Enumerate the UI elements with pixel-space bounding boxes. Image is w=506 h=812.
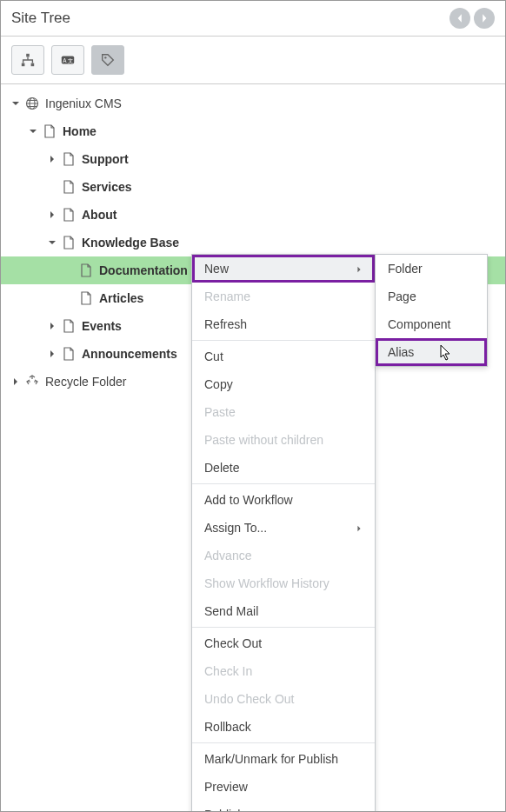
ctx-separator xyxy=(192,742,375,743)
tree-node-home[interactable]: Home xyxy=(1,117,505,145)
sub-new-alias[interactable]: Alias xyxy=(376,338,487,366)
page-icon xyxy=(61,235,77,250)
sub-new-component[interactable]: Component xyxy=(376,310,487,338)
toolbar-tag-button[interactable] xyxy=(91,45,124,75)
tree-label: Support xyxy=(82,152,129,166)
ctx-label: Copy xyxy=(204,377,233,391)
ctx-publish[interactable]: Publish xyxy=(192,801,375,812)
ctx-separator xyxy=(192,627,375,628)
ctx-add-workflow[interactable]: Add to Workflow xyxy=(192,486,375,514)
ctx-rollback[interactable]: Rollback xyxy=(192,713,375,741)
chevron-right-icon xyxy=(356,262,363,276)
toolbar: A 文 xyxy=(1,37,505,84)
chevron-down-icon xyxy=(46,236,58,249)
page-icon xyxy=(61,151,77,167)
recycle-icon xyxy=(24,374,40,389)
chevron-right-icon xyxy=(46,320,58,332)
tree-label: About xyxy=(82,208,117,222)
tree-label: Home xyxy=(63,124,97,138)
ctx-separator xyxy=(192,340,375,341)
tree-node-kb[interactable]: Knowledge Base xyxy=(1,229,505,256)
ctx-label: Cut xyxy=(204,349,223,363)
page-icon xyxy=(78,263,94,278)
context-menu: New Rename Refresh Cut Copy Paste Paste … xyxy=(191,254,376,812)
ctx-label: New xyxy=(204,262,229,276)
chevron-right-icon xyxy=(46,153,58,165)
ctx-label: Paste xyxy=(204,405,236,419)
ctx-new[interactable]: New xyxy=(192,255,375,283)
tree-label: Ingeniux CMS xyxy=(45,97,122,110)
tree-label: Recycle Folder xyxy=(45,375,126,389)
ctx-paste-wc: Paste without children xyxy=(192,426,375,454)
tree-node-about[interactable]: About xyxy=(1,201,505,229)
ctx-label: Check Out xyxy=(204,636,262,650)
ctx-cut[interactable]: Cut xyxy=(192,343,375,370)
svg-rect-0 xyxy=(26,54,30,57)
chevron-down-icon xyxy=(10,97,22,110)
svg-point-5 xyxy=(104,57,106,58)
tree-node-support[interactable]: Support xyxy=(1,145,505,173)
sub-new-folder[interactable]: Folder xyxy=(376,255,487,283)
page-icon xyxy=(61,207,77,223)
chevron-right-icon xyxy=(10,376,22,388)
tree-node-root[interactable]: Ingeniux CMS xyxy=(1,90,505,117)
page-icon xyxy=(61,346,77,362)
ctx-delete[interactable]: Delete xyxy=(192,454,375,482)
tree-label: Knowledge Base xyxy=(82,236,179,250)
ctx-label: Send Mail xyxy=(204,604,258,618)
ctx-label: Rename xyxy=(204,290,250,303)
page-icon xyxy=(42,123,57,139)
ctx-label: Preview xyxy=(204,780,248,794)
ctx-label: Rollback xyxy=(204,720,251,734)
chevron-right-icon xyxy=(356,521,363,535)
svg-text:A 文: A 文 xyxy=(63,57,73,63)
nav-prev-button[interactable] xyxy=(449,8,470,29)
panel-header: Site Tree xyxy=(1,1,505,37)
ctx-label: Advance xyxy=(204,549,251,562)
tree-label: Articles xyxy=(99,291,143,305)
ctx-label: Add to Workflow xyxy=(204,493,293,507)
ctx-send-mail[interactable]: Send Mail xyxy=(192,597,375,625)
ctx-refresh[interactable]: Refresh xyxy=(192,310,375,338)
tree-node-services[interactable]: Services xyxy=(1,173,505,201)
svg-rect-2 xyxy=(31,63,35,67)
ctx-separator xyxy=(192,483,375,484)
ctx-label: Alias xyxy=(388,345,414,359)
ctx-check-out[interactable]: Check Out xyxy=(192,629,375,657)
ctx-label: Folder xyxy=(388,262,423,276)
ctx-undo-check-out: Undo Check Out xyxy=(192,685,375,713)
ctx-label: Component xyxy=(388,317,450,331)
page-icon xyxy=(78,290,94,306)
tree-label: Announcements xyxy=(82,347,177,361)
ctx-label: Mark/Unmark for Publish xyxy=(204,752,338,766)
ctx-label: Publish xyxy=(204,808,244,812)
ctx-advance: Advance xyxy=(192,542,375,569)
tree-label: Events xyxy=(82,319,122,333)
ctx-rename: Rename xyxy=(192,283,375,310)
ctx-mark-publish[interactable]: Mark/Unmark for Publish xyxy=(192,745,375,773)
ctx-label: Delete xyxy=(204,461,239,475)
tree-label: Documentation xyxy=(99,263,188,277)
ctx-label: Assign To... xyxy=(204,521,267,535)
ctx-copy[interactable]: Copy xyxy=(192,370,375,398)
ctx-label: Page xyxy=(388,290,416,303)
tree-label: Services xyxy=(82,180,132,194)
ctx-label: Undo Check Out xyxy=(204,692,295,706)
page-icon xyxy=(61,179,77,195)
toolbar-structure-button[interactable] xyxy=(11,45,44,75)
chevron-down-icon xyxy=(27,125,39,137)
ctx-check-in: Check In xyxy=(192,657,375,685)
sub-new-page[interactable]: Page xyxy=(376,283,487,310)
toolbar-translate-button[interactable]: A 文 xyxy=(51,45,84,75)
ctx-label: Refresh xyxy=(204,317,247,331)
ctx-label: Check In xyxy=(204,664,252,678)
svg-rect-1 xyxy=(22,63,25,67)
panel-title: Site Tree xyxy=(11,10,70,27)
nav-arrows xyxy=(449,8,495,29)
ctx-assign-to[interactable]: Assign To... xyxy=(192,514,375,542)
ctx-preview[interactable]: Preview xyxy=(192,773,375,801)
nav-next-button[interactable] xyxy=(474,8,495,29)
ctx-label: Show Workflow History xyxy=(204,576,330,590)
chevron-right-icon xyxy=(46,209,58,221)
ctx-show-wf-history: Show Workflow History xyxy=(192,569,375,597)
